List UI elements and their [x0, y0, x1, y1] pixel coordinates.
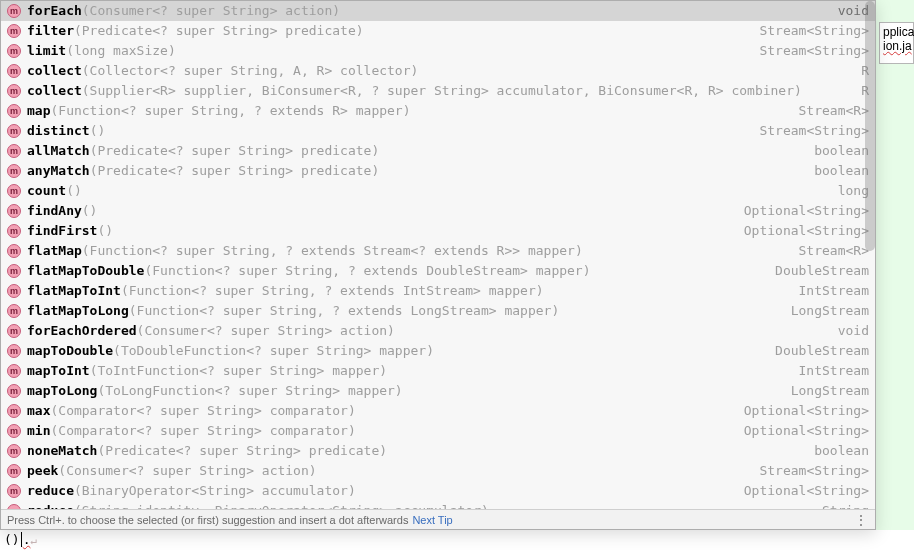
method-icon: m	[7, 64, 21, 78]
completion-item[interactable]: mflatMapToInt(Function<? super String, ?…	[1, 281, 875, 301]
method-name: flatMap	[27, 241, 82, 261]
method-icon: m	[7, 124, 21, 138]
method-name: min	[27, 421, 50, 441]
tab-text-error: ion.ja	[883, 39, 912, 53]
method-name: reduce	[27, 481, 74, 501]
method-params: (Consumer<? super String> action)	[58, 461, 316, 481]
method-icon: m	[7, 184, 21, 198]
kebab-icon[interactable]: ⋮	[854, 512, 869, 528]
scrollbar-thumb[interactable]	[865, 1, 875, 251]
completion-item[interactable]: mpeek(Consumer<? super String> action)St…	[1, 461, 875, 481]
next-tip-link[interactable]: Next Tip	[412, 514, 452, 526]
method-params: (Comparator<? super String> comparator)	[50, 401, 355, 421]
tab-text: pplicat	[883, 25, 914, 39]
method-icon: m	[7, 364, 21, 378]
return-type: IntStream	[791, 281, 869, 301]
completion-item[interactable]: mmapToLong(ToLongFunction<? super String…	[1, 381, 875, 401]
return-type: Optional<String>	[736, 201, 869, 221]
method-icon: m	[7, 284, 21, 298]
editor-tab-partial[interactable]: pplicat ion.ja	[879, 22, 914, 64]
method-name: forEach	[27, 1, 82, 21]
method-name: mapToInt	[27, 361, 90, 381]
method-icon: m	[7, 44, 21, 58]
method-icon: m	[7, 144, 21, 158]
method-params: ()	[82, 201, 98, 221]
return-type: Stream<String>	[751, 121, 869, 141]
return-type: boolean	[806, 141, 869, 161]
completion-item[interactable]: mflatMapToDouble(Function<? super String…	[1, 261, 875, 281]
code-text: ()	[4, 532, 20, 547]
completion-item[interactable]: mmapToInt(ToIntFunction<? super String> …	[1, 361, 875, 381]
completion-item[interactable]: mforEachOrdered(Consumer<? super String>…	[1, 321, 875, 341]
return-type: Stream<String>	[751, 461, 869, 481]
method-name: mapToDouble	[27, 341, 113, 361]
completion-item[interactable]: mfilter(Predicate<? super String> predic…	[1, 21, 875, 41]
method-params: (Collector<? super String, A, R> collect…	[82, 61, 419, 81]
method-icon: m	[7, 484, 21, 498]
return-type: long	[830, 181, 869, 201]
completion-item[interactable]: mdistinct()Stream<String>	[1, 121, 875, 141]
method-icon: m	[7, 164, 21, 178]
return-type: Stream<String>	[751, 21, 869, 41]
completion-item[interactable]: mmapToDouble(ToDoubleFunction<? super St…	[1, 341, 875, 361]
method-icon: m	[7, 24, 21, 38]
method-icon: m	[7, 344, 21, 358]
method-name: findFirst	[27, 221, 97, 241]
hint-bar: Press Ctrl+. to choose the selected (or …	[1, 509, 875, 529]
return-type: String	[814, 501, 869, 509]
method-params: ()	[97, 221, 113, 241]
completion-item[interactable]: mflatMap(Function<? super String, ? exte…	[1, 241, 875, 261]
method-icon: m	[7, 424, 21, 438]
completion-item[interactable]: mcollect(Supplier<R> supplier, BiConsume…	[1, 81, 875, 101]
completion-item[interactable]: mcollect(Collector<? super String, A, R>…	[1, 61, 875, 81]
method-icon: m	[7, 244, 21, 258]
method-params: ()	[66, 181, 82, 201]
method-params: (Function<? super String, ? extends Doub…	[144, 261, 590, 281]
completion-item[interactable]: mfindAny()Optional<String>	[1, 201, 875, 221]
method-params: (Predicate<? super String> predicate)	[90, 161, 380, 181]
method-icon: m	[7, 224, 21, 238]
method-name: collect	[27, 61, 82, 81]
method-name: noneMatch	[27, 441, 97, 461]
completion-item[interactable]: mallMatch(Predicate<? super String> pred…	[1, 141, 875, 161]
ide-window: pplicat ion.ja ().↵ mforEach(Consumer<? …	[0, 0, 914, 552]
return-type: Stream<String>	[751, 41, 869, 61]
return-type: void	[830, 321, 869, 341]
method-icon: m	[7, 264, 21, 278]
method-params: (ToDoubleFunction<? super String> mapper…	[113, 341, 434, 361]
method-name: allMatch	[27, 141, 90, 161]
method-params: (ToLongFunction<? super String> mapper)	[97, 381, 402, 401]
return-type: void	[830, 1, 869, 21]
completion-item[interactable]: mcount()long	[1, 181, 875, 201]
method-name: count	[27, 181, 66, 201]
return-type: Optional<String>	[736, 221, 869, 241]
completion-item[interactable]: mfindFirst()Optional<String>	[1, 221, 875, 241]
completion-item[interactable]: mmin(Comparator<? super String> comparat…	[1, 421, 875, 441]
completion-item[interactable]: mreduce(String identity, BinaryOperator<…	[1, 501, 875, 509]
method-params: (long maxSize)	[66, 41, 176, 61]
method-name: flatMapToDouble	[27, 261, 144, 281]
method-name: max	[27, 401, 50, 421]
method-params: (Predicate<? super String> predicate)	[90, 141, 380, 161]
eol-marker: ↵	[30, 534, 37, 547]
return-type: boolean	[806, 441, 869, 461]
method-name: anyMatch	[27, 161, 90, 181]
method-name: reduce	[27, 501, 74, 509]
scrollbar[interactable]	[865, 1, 875, 509]
completion-item[interactable]: mmap(Function<? super String, ? extends …	[1, 101, 875, 121]
hint-text: Press Ctrl+. to choose the selected (or …	[7, 514, 408, 526]
completion-item[interactable]: manyMatch(Predicate<? super String> pred…	[1, 161, 875, 181]
method-name: map	[27, 101, 50, 121]
editor-current-line[interactable]: ().↵	[0, 530, 914, 552]
completion-item[interactable]: mmax(Comparator<? super String> comparat…	[1, 401, 875, 421]
completion-list[interactable]: mforEach(Consumer<? super String> action…	[1, 1, 875, 509]
method-params: (Predicate<? super String> predicate)	[74, 21, 364, 41]
completion-item[interactable]: mreduce(BinaryOperator<String> accumulat…	[1, 481, 875, 501]
return-type: DoubleStream	[767, 341, 869, 361]
completion-item[interactable]: mflatMapToLong(Function<? super String, …	[1, 301, 875, 321]
completion-item[interactable]: mlimit(long maxSize)Stream<String>	[1, 41, 875, 61]
return-type: Optional<String>	[736, 401, 869, 421]
completion-item[interactable]: mnoneMatch(Predicate<? super String> pre…	[1, 441, 875, 461]
completion-item[interactable]: mforEach(Consumer<? super String> action…	[1, 1, 875, 21]
method-name: peek	[27, 461, 58, 481]
